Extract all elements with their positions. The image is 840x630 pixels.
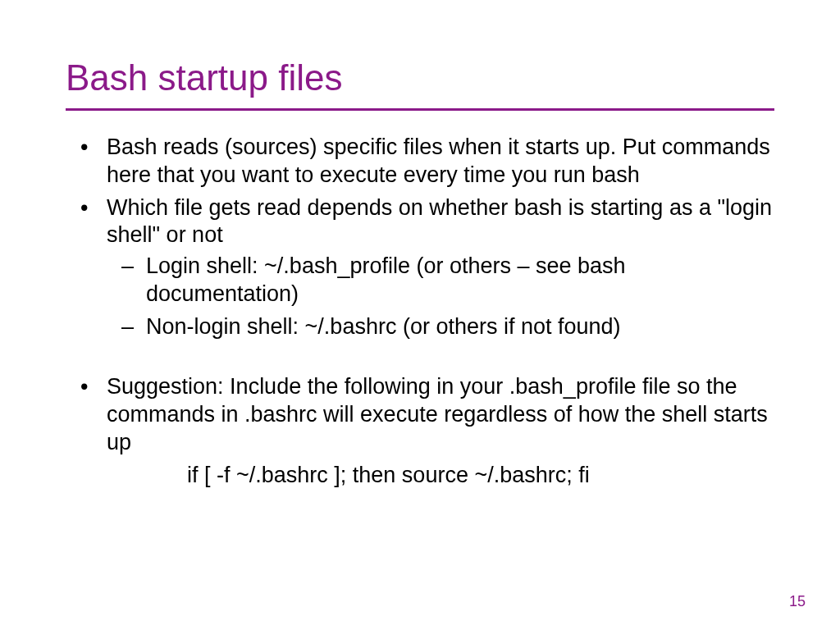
page-number: 15 [789, 593, 806, 610]
bullet-item: Bash reads (sources) specific files when… [66, 134, 774, 189]
sub-bullet-list: Login shell: ~/.bash_profile (or others … [107, 253, 774, 340]
title-rule [66, 108, 774, 111]
bullet-text: Suggestion: Include the following in you… [107, 374, 768, 454]
bullet-item: Suggestion: Include the following in you… [66, 373, 774, 489]
bullet-list: Suggestion: Include the following in you… [66, 373, 774, 489]
slide-content: Bash reads (sources) specific files when… [66, 134, 774, 489]
bullet-list: Bash reads (sources) specific files when… [66, 134, 774, 340]
bullet-item: Which file gets read depends on whether … [66, 194, 774, 341]
sub-bullet-item: Non-login shell: ~/.bashrc (or others if… [107, 313, 774, 341]
bullet-text: Which file gets read depends on whether … [107, 195, 772, 248]
spacer [66, 345, 774, 373]
slide: Bash startup files Bash reads (sources) … [0, 0, 840, 630]
slide-title: Bash startup files [66, 57, 774, 98]
sub-bullet-item: Login shell: ~/.bash_profile (or others … [107, 253, 774, 308]
code-line: if [ -f ~/.bashrc ]; then source ~/.bash… [107, 462, 774, 490]
